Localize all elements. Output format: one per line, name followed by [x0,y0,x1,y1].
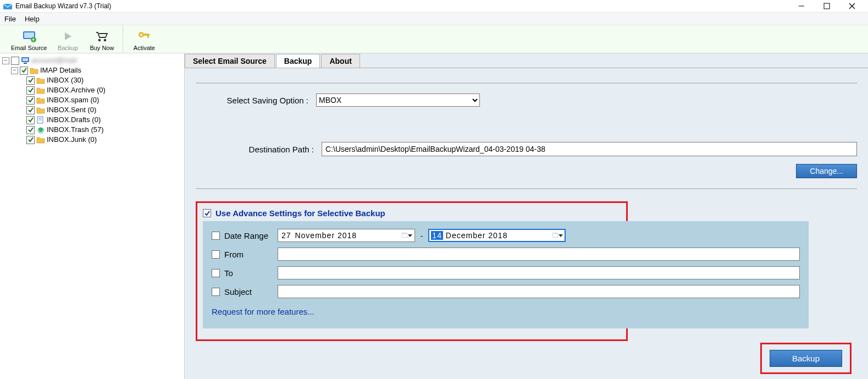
tab-select-email-source[interactable]: Select Email Source [185,54,275,68]
toolbar-label: Activate [134,45,155,51]
destination-path-input[interactable] [322,142,857,156]
from-input[interactable] [278,248,800,261]
advanced-settings-highlight: Use Advance Settings for Selective Backu… [196,201,628,341]
svg-rect-2 [824,3,830,9]
tree-item[interactable]: INBOX.Trash (57) [0,125,184,135]
checkbox[interactable] [26,116,35,124]
date-range-label: Date Range [224,231,268,240]
backup-tab-panel: Select Saving Option : MBOX Destination … [185,68,868,352]
tree-label: INBOX (30) [47,75,84,85]
tree-item[interactable]: INBOX.Drafts (0) [0,115,184,125]
checkbox[interactable] [11,57,19,65]
toolbar-label: Email Source [11,45,47,51]
toolbar: + Email Source Backup Buy Now Activate [0,25,868,53]
tab-backup[interactable]: Backup [276,54,320,68]
saving-option-select[interactable]: MBOX [316,94,480,107]
close-button[interactable] [839,0,865,12]
checkbox[interactable] [26,126,35,134]
svg-rect-17 [24,63,27,64]
date-to-rest: December 2018 [446,231,508,240]
request-features-link[interactable]: Request for more features... [212,307,314,316]
checkbox[interactable] [26,96,35,105]
svg-line-3 [849,3,855,9]
computer-icon [21,57,30,64]
date-separator: - [421,232,423,240]
checkbox[interactable] [20,67,28,75]
destination-path-label: Destination Path : [229,145,322,154]
checkbox[interactable] [26,86,35,95]
minimize-button[interactable] [789,0,814,12]
folder-icon [36,76,45,84]
from-label: From [224,250,244,259]
to-input[interactable] [278,266,800,279]
tree-label: INBOX.Sent (0) [47,105,96,115]
change-button[interactable]: Change... [796,164,857,178]
collapse-icon[interactable]: − [11,67,18,74]
svg-rect-26 [553,234,557,237]
folder-icon [36,86,45,94]
checkbox[interactable] [26,136,35,144]
tree-item[interactable]: INBOX.spam (0) [0,95,184,105]
computer-icon: + [22,30,36,43]
maximize-button[interactable] [814,0,839,12]
checkbox[interactable] [26,106,35,114]
toolbar-label: Backup [58,45,78,51]
svg-rect-16 [23,58,28,61]
saving-option-label: Select Saving Option : [212,96,316,105]
svg-text:+: + [32,37,35,42]
tree-label: INBOX.Archive (0) [47,85,106,95]
tree-item[interactable]: INBOX.Archive (0) [0,85,184,95]
calendar-dropdown-icon[interactable] [552,233,563,238]
toolbar-buy-now-button[interactable]: Buy Now [89,24,115,53]
menu-bar: File Help [0,12,868,25]
drafts-icon [36,116,45,124]
tree-label: INBOX.Junk (0) [47,135,97,145]
backup-button[interactable]: Backup [770,350,842,367]
folder-icon [36,106,45,114]
tab-about[interactable]: About [321,54,360,68]
tab-strip: Select Email Source Backup About [185,53,868,68]
collapse-icon[interactable]: − [2,57,9,64]
folder-tree[interactable]: − account@mail − IMAP Details INBOX (30) [0,53,185,379]
menu-help[interactable]: Help [25,15,40,23]
tree-item[interactable]: INBOX.Junk (0) [0,135,184,145]
trash-icon [36,126,45,134]
toolbar-email-source-button[interactable]: + Email Source [11,24,47,53]
toolbar-backup-button[interactable]: Backup [54,24,81,53]
title-bar: Email Backup Wizard v7.3 (Trial) [0,0,868,12]
tree-root[interactable]: − account@mail [0,56,184,65]
cart-icon [95,30,109,43]
menu-file[interactable]: File [4,15,16,23]
checkbox[interactable] [26,76,35,85]
toolbar-activate-button[interactable]: Activate [131,24,157,53]
from-checkbox[interactable] [212,250,220,259]
subject-label: Subject [224,287,252,296]
to-checkbox[interactable] [212,269,220,277]
key-icon [137,30,151,43]
folder-icon [30,67,38,74]
calendar-dropdown-icon[interactable] [402,233,412,238]
tree-item-imap[interactable]: − IMAP Details [0,65,184,75]
tree-label: IMAP Details [40,65,81,75]
tree-root-label: account@mail [31,56,77,65]
advanced-settings-toggle[interactable]: Use Advance Settings for Selective Backu… [203,208,621,218]
svg-rect-13 [143,34,150,36]
checkbox[interactable] [203,209,211,217]
svg-point-12 [140,34,142,36]
window-title: Email Backup Wizard v7.3 (Trial) [15,2,111,10]
subject-input[interactable] [278,285,800,298]
date-from-picker[interactable]: 27 November 2018 [278,229,415,242]
tree-item[interactable]: INBOX.Sent (0) [0,105,184,115]
date-range-checkbox[interactable] [212,232,220,240]
tree-item[interactable]: INBOX (30) [0,75,184,85]
subject-checkbox[interactable] [212,288,220,296]
svg-line-4 [849,3,855,9]
folder-icon [36,136,45,144]
folder-icon [36,96,45,104]
date-from-day: 27 [280,231,292,240]
date-to-picker[interactable]: 14 December 2018 [428,229,566,242]
svg-point-9 [98,39,101,42]
app-icon [3,3,12,9]
play-icon [62,30,74,43]
svg-point-10 [104,39,107,42]
